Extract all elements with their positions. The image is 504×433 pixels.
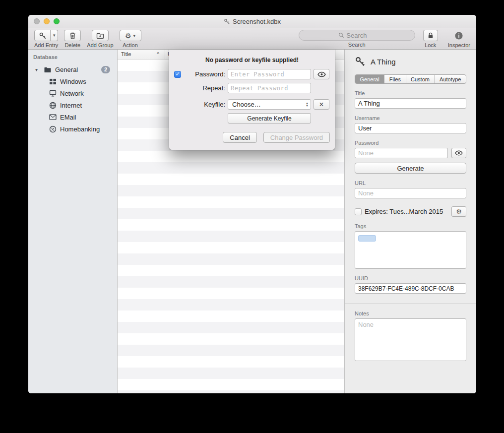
window-title-text: Screenshot.kdbx — [233, 18, 281, 25]
change-password-button[interactable]: Change Password — [263, 132, 330, 143]
close-x-icon: × — [319, 101, 323, 109]
expires-row: ✓ Expires: Tues...March 2015 ⚙ — [355, 206, 466, 217]
sidebar-item-general[interactable]: ▾ General 2 — [28, 63, 117, 75]
app-document-icon — [224, 18, 230, 25]
keyfile-popup-value: Choose… — [232, 101, 261, 108]
disclosure-triangle-icon[interactable]: ▾ — [35, 67, 40, 72]
lock-button[interactable] — [423, 30, 438, 41]
expires-checkbox[interactable]: ✓ — [355, 208, 362, 215]
add-entry-main[interactable] — [34, 30, 51, 41]
lock-icon — [427, 32, 434, 39]
title-field[interactable] — [355, 98, 466, 109]
add-group-label: Add Group — [87, 42, 113, 48]
entry-title: A Thing — [371, 58, 396, 66]
add-entry-button[interactable]: ▾ — [34, 30, 58, 41]
gear-icon: ⚙ — [456, 208, 462, 215]
search-input[interactable] — [346, 32, 375, 39]
clear-keyfile-button[interactable]: × — [314, 99, 329, 110]
title-field-label: Title — [355, 90, 466, 96]
close-button[interactable] — [34, 18, 40, 24]
sidebar-item-windows[interactable]: Windows — [28, 75, 117, 87]
dialog-buttons: Cancel Change Password — [174, 132, 330, 143]
network-icon — [49, 90, 57, 97]
column-header-title[interactable]: Title — [121, 51, 131, 57]
url-field[interactable] — [355, 188, 466, 198]
sidebar-item-internet[interactable]: Internet — [28, 99, 117, 111]
key-icon — [355, 56, 366, 67]
add-group-item: Add Group — [87, 30, 113, 48]
homebanking-icon — [49, 125, 57, 133]
cancel-button[interactable]: Cancel — [223, 132, 256, 143]
dialog-repeat-input[interactable] — [228, 83, 311, 93]
globe-icon — [49, 102, 57, 109]
dialog-password-input[interactable] — [228, 69, 311, 79]
notes-field[interactable] — [355, 318, 466, 361]
reveal-password-button[interactable] — [451, 148, 466, 158]
chevron-down-icon: ▾ — [133, 33, 136, 38]
sidebar-item-email[interactable]: EMail — [28, 111, 117, 123]
inspector-divider — [345, 304, 476, 304]
add-entry-dropdown[interactable]: ▾ — [51, 30, 58, 41]
tab-files[interactable]: Files — [384, 75, 406, 83]
generate-password-button[interactable]: Generate — [355, 163, 466, 174]
password-dialog-row: ✓ Password: — [174, 69, 330, 79]
search-label: Search — [348, 42, 366, 48]
dialog-password-label: Password: — [185, 70, 225, 78]
tab-custom[interactable]: Custom — [406, 75, 435, 83]
expires-settings-button[interactable]: ⚙ — [451, 206, 466, 217]
tags-box[interactable] — [355, 231, 466, 269]
tab-autotype[interactable]: Autotype — [435, 75, 466, 83]
search-item: Search — [299, 30, 415, 48]
eye-icon — [455, 150, 463, 156]
dialog-repeat-label: Repeat: — [185, 84, 225, 92]
sidebar-item-homebanking[interactable]: Homebanking — [28, 123, 117, 135]
password-field-label: Password — [355, 140, 466, 146]
column-divider[interactable] — [165, 50, 165, 59]
search-field[interactable] — [299, 30, 415, 41]
inspector-label: Inspector — [448, 42, 470, 48]
sidebar-header: Database — [28, 54, 117, 63]
sidebar: Database ▾ General 2 Windows Networ — [28, 50, 118, 393]
search-icon — [338, 32, 344, 38]
password-checkbox[interactable]: ✓ — [174, 71, 181, 78]
add-group-button[interactable] — [92, 30, 109, 41]
username-field[interactable] — [355, 123, 466, 133]
delete-button[interactable] — [64, 30, 81, 41]
toolbar: ▾ Add Entry Delete Add Group ⚙ ▾ — [28, 28, 476, 50]
email-icon — [49, 114, 57, 120]
uuid-field[interactable] — [355, 283, 466, 294]
add-entry-item: ▾ Add Entry — [34, 30, 58, 48]
notes-label: Notes — [355, 310, 466, 316]
inspector-item: Inspector — [448, 30, 470, 48]
action-button[interactable]: ⚙ ▾ — [120, 30, 141, 41]
inspector-tabs: General Files Custom Autotype — [355, 74, 466, 84]
generate-keyfile-row: Generate Keyfile — [174, 113, 330, 124]
sidebar-item-label: Windows — [60, 78, 86, 85]
tag-chip[interactable] — [358, 235, 376, 242]
password-row — [355, 148, 466, 158]
change-password-dialog: No password or keyfile supplied! ✓ Passw… — [169, 50, 335, 150]
minimize-button[interactable] — [44, 18, 50, 24]
password-field[interactable] — [355, 148, 448, 158]
url-field-label: URL — [355, 180, 466, 186]
dialog-reveal-password-button[interactable] — [314, 69, 329, 79]
expires-label: Expires: Tues...March 2015 — [365, 208, 443, 215]
trash-icon — [69, 32, 76, 40]
inspector-panel: A Thing General Files Custom Autotype Ti… — [345, 50, 476, 393]
repeat-dialog-row: Repeat: — [174, 83, 330, 93]
tab-general[interactable]: General — [355, 75, 384, 83]
uuid-label: UUID — [355, 275, 466, 281]
gear-icon: ⚙ — [125, 32, 131, 39]
zoom-button[interactable] — [54, 18, 60, 24]
tags-label: Tags — [355, 223, 466, 229]
dialog-message: No password or keyfile supplied! — [174, 57, 330, 63]
keyfile-dialog-row: Keyfile: Choose… ▲ ▼ × — [174, 99, 330, 110]
inspector-button[interactable] — [450, 30, 467, 41]
check-icon: ✓ — [175, 71, 180, 77]
generate-keyfile-button[interactable]: Generate Keyfile — [228, 113, 311, 124]
sidebar-item-network[interactable]: Network — [28, 87, 117, 99]
window-title: Screenshot.kdbx — [224, 18, 281, 25]
keyfile-popup-button[interactable]: Choose… ▲ ▼ — [228, 99, 311, 110]
folder-plus-icon — [96, 32, 104, 39]
chevron-down-icon: ▾ — [53, 33, 56, 38]
